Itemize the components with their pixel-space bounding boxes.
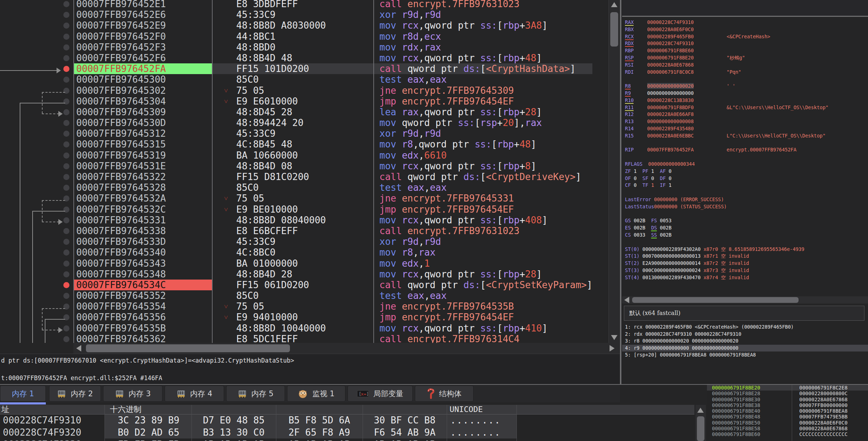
breakpoint-slot-icon[interactable] — [63, 228, 69, 234]
instruction-cell[interactable]: mov rcx,qword ptr ss:[rbp+8] — [373, 161, 592, 171]
bytes-cell[interactable]: 48:8B4D 28 — [212, 269, 373, 280]
register-value[interactable]: 00000228A0E66AF8 — [647, 111, 694, 117]
register-value[interactable]: 0000000000000008 — [647, 118, 694, 124]
bytes-cell[interactable]: E9 BE010000˅ — [212, 204, 373, 215]
disasm-row[interactable]: 00007FFB9764535475 05˅jne encrypt.7FFB97… — [0, 301, 592, 312]
tab-监视 1[interactable]: 监视 1 — [287, 386, 345, 402]
stack-row[interactable]: 0000006791F8BE28000002280000800C — [707, 391, 868, 396]
register-line[interactable]: RDX00000228C74F9310 — [622, 40, 868, 47]
address-cell[interactable]: 00007FFB976452F0 — [73, 31, 212, 42]
address-cell[interactable]: 00007FFB97645302 — [73, 85, 212, 96]
register-line[interactable] — [622, 189, 868, 196]
register-value[interactable]: 00000228C74F9310 — [647, 40, 694, 46]
memory-dump-panel[interactable]: 址 十六进制 UNICODE 000228C74F93103C 23 89 B9… — [0, 405, 694, 441]
breakpoint-slot-icon[interactable] — [63, 131, 69, 137]
register-value[interactable]: 0000006791F8C0C8 — [647, 69, 694, 75]
stack-row[interactable]: 0000006791F8BE60CCCCCCCCCCCCCCCC — [707, 431, 868, 437]
breakpoint-slot-icon[interactable] — [63, 88, 69, 94]
disasm-row[interactable]: 00007FFB976452E948:8B8D A8030000mov rcx,… — [0, 20, 592, 31]
breakpoint-slot-icon[interactable] — [63, 325, 69, 331]
instruction-cell[interactable]: xor r9d,r9d — [373, 9, 592, 20]
register-value[interactable]: 000002289F465FB0 — [647, 34, 694, 39]
address-cell[interactable]: 00007FFB9764532A — [73, 193, 212, 204]
register-line[interactable]: ES 002B DS 002B — [622, 224, 868, 232]
address-cell[interactable]: 00007FFB9764535B — [73, 323, 212, 334]
breakpoint-slot-icon[interactable] — [63, 195, 69, 202]
bytes-cell[interactable]: 4C:8BC0 — [212, 247, 373, 258]
bytes-cell[interactable]: E8 5DC1FEFF — [212, 334, 373, 343]
bytes-cell[interactable]: 44:8BC1 — [212, 31, 373, 42]
tab-内存 1[interactable]: 内存 1 — [0, 386, 46, 402]
register-line[interactable]: LastError 00000000 (ERROR_SUCCESS) — [622, 196, 868, 203]
register-line[interactable] — [622, 154, 868, 161]
instruction-cell[interactable]: call encrypt.7FFB97631023 — [373, 0, 592, 9]
register-line[interactable]: R110000006791F8BDF0&L"C:\\Users\\HelloCT… — [622, 104, 868, 111]
dump-row[interactable]: 000228C74F93103C 23 89 B9D7 E0 48 85B5 F… — [0, 415, 694, 427]
register-line[interactable]: CS 0033 SS 002B — [622, 232, 868, 239]
breakpoint-slot-icon[interactable] — [63, 44, 69, 50]
breakpoint-slot-icon[interactable] — [63, 293, 69, 299]
breakpoint-slot-icon[interactable] — [63, 77, 69, 83]
address-cell[interactable]: 00007FFB97645352 — [73, 290, 212, 301]
address-cell[interactable]: 00007FFB97645315 — [73, 139, 212, 150]
breakpoint-slot-icon[interactable] — [63, 23, 69, 29]
register-line[interactable]: RIP00007FFB976452FAencrypt.00007FFB97645… — [622, 146, 868, 154]
register-line[interactable]: RSP0000006791F8BE20"杪鵊g" — [622, 54, 868, 62]
bytes-cell[interactable]: 45:33C9 — [212, 9, 373, 20]
register-value[interactable]: 00000228A0E67868 — [647, 62, 694, 68]
disasm-row[interactable]: 00007FFB976452F648:8B4D 48mov rcx,qword … — [0, 53, 592, 63]
register-line[interactable]: RAX00000228C74F9310 — [622, 19, 868, 26]
register-value[interactable]: 0000006791F8BE20 — [647, 55, 694, 60]
instruction-cell[interactable]: jne encrypt.7FFB9764535B — [373, 301, 592, 312]
disasm-row[interactable]: 00007FFB976452F044:8BC1mov r8d,ecx — [0, 31, 592, 42]
scroll-thumb[interactable] — [610, 12, 618, 47]
register-value[interactable]: 00007FFB976452FA — [647, 147, 694, 152]
disasm-row[interactable]: 00007FFB9764534848:8B4D 28mov rcx,qword … — [0, 269, 592, 280]
stack-row[interactable]: 0000006791F8BE200000006791F8C2E8 — [707, 385, 868, 391]
scroll-right-icon[interactable] — [610, 345, 615, 352]
breakpoint-slot-icon[interactable] — [63, 249, 69, 256]
register-line[interactable] — [622, 76, 868, 83]
instruction-cell[interactable]: test eax,eax — [373, 182, 592, 193]
breakpoint-slot-icon[interactable] — [63, 271, 69, 277]
instruction-cell[interactable]: mov rcx,qword ptr ss:[rbp+48] — [373, 53, 592, 63]
bytes-cell[interactable]: E9 94010000˅ — [212, 312, 373, 323]
disasm-row[interactable]: 00007FFB9764530948:8D45 28lea rax,qword … — [0, 107, 592, 117]
disasm-row[interactable]: 00007FFB976452F348:8BD0mov rdx,rax — [0, 42, 592, 53]
address-cell[interactable]: 00007FFB976452FA — [73, 63, 212, 74]
tab-内存 2[interactable]: 内存 2 — [49, 386, 101, 402]
bytes-cell[interactable]: E8 3DBDFEFF — [212, 0, 373, 9]
bytes-cell[interactable]: FF15 D81C0200 — [212, 171, 373, 182]
instruction-cell[interactable]: mov rcx,qword ptr ss:[rbp+410] — [373, 323, 592, 334]
disasm-row[interactable]: 00007FFB9764535285C0test eax,eax — [0, 290, 592, 301]
instruction-cell[interactable]: mov rcx,qword ptr ss:[rbp+28] — [373, 269, 592, 280]
tab-内存 5[interactable]: 内存 5 — [226, 386, 285, 402]
bytes-cell[interactable]: 48:8D45 28 — [212, 107, 373, 117]
register-line[interactable]: ST(4) 0013000002289F430470 x87r4 空 inval… — [622, 274, 868, 281]
instruction-cell[interactable]: mov qword ptr ss:[rsp+20],rax — [373, 117, 592, 128]
instruction-cell[interactable]: call encrypt.7FFB97631023 — [373, 226, 592, 236]
instruction-cell[interactable]: test eax,eax — [373, 74, 592, 85]
breakpoint-slot-icon[interactable] — [63, 185, 69, 191]
disasm-row[interactable]: 00007FFB97645322FF15 D81C0200call qword … — [0, 171, 592, 182]
disasm-row[interactable]: 00007FFB976452FAFF15 101D0200call qword … — [0, 63, 592, 74]
address-cell[interactable]: 00007FFB97645322 — [73, 171, 212, 182]
disasm-row[interactable]: 00007FFB9764534CFF15 061D0200call qword … — [0, 280, 592, 290]
breakpoint-slot-icon[interactable] — [63, 163, 69, 169]
tab-结构体[interactable]: 结构体 — [415, 386, 474, 402]
instruction-cell[interactable]: call qword ptr ds:[<CryptDeriveKey>] — [373, 171, 592, 182]
disasm-row[interactable]: 00007FFB9764535B48:8B8D 10040000mov rcx,… — [0, 323, 592, 334]
instruction-cell[interactable]: xor r9d,r9d — [373, 236, 592, 247]
disasm-row[interactable]: 00007FFB9764533148:8B8D 08040000mov rcx,… — [0, 215, 592, 226]
fastcall-arg-row[interactable]: 3: r8 0000000000000020 0000000000000020 — [622, 338, 868, 345]
disasm-row[interactable]: 00007FFB9764532A75 05˅jne encrypt.7FFB97… — [0, 193, 592, 204]
instruction-cell[interactable]: jne encrypt.7FFB97645309 — [373, 85, 592, 96]
disasm-row[interactable]: 00007FFB9764531245:33C9xor r9d,r9d — [0, 128, 592, 139]
bytes-cell[interactable]: 48:8B8D 10040000 — [212, 323, 373, 334]
address-cell[interactable]: 00007FFB97645331 — [73, 215, 212, 226]
bytes-cell[interactable]: 48:8B8D A8030000 — [212, 20, 373, 31]
register-line[interactable]: ST(0) 0000000002289F4302A0 x87r0 空 8.651… — [622, 246, 868, 253]
breakpoint-slot-icon[interactable] — [63, 55, 69, 61]
scroll-thumb[interactable] — [632, 297, 799, 303]
address-cell[interactable]: 00007FFB976452F3 — [73, 42, 212, 53]
